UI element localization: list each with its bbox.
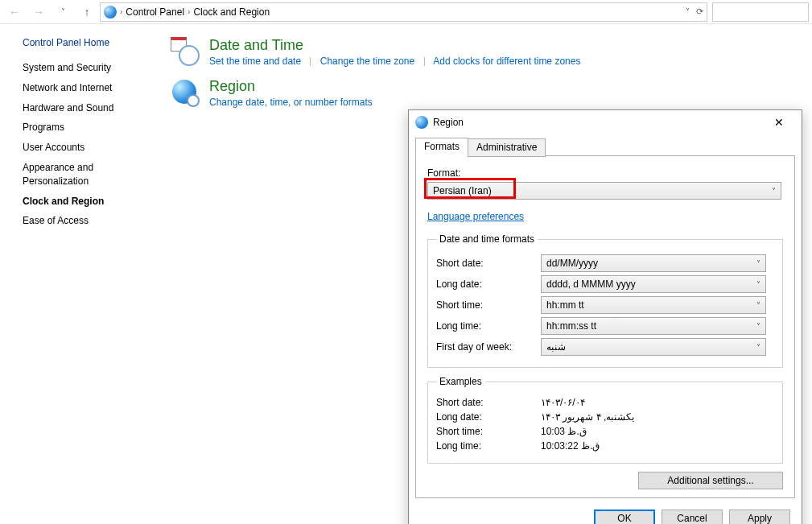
- example-long-date-label: Long date:: [436, 411, 541, 423]
- dialog-titlebar[interactable]: Region ✕: [409, 110, 802, 134]
- control-panel-icon: [104, 6, 117, 19]
- sidebar-item-system-security[interactable]: System and Security: [23, 61, 155, 75]
- row-short-date: Short date: dd/MM/yyyy ˅: [436, 254, 774, 272]
- group-examples-title: Examples: [436, 376, 485, 387]
- sidebar: Control Panel Home System and Security N…: [0, 24, 161, 524]
- group-date-time-formats-title: Date and time formats: [436, 233, 538, 245]
- sidebar-item-programs[interactable]: Programs: [23, 121, 155, 134]
- breadcrumb[interactable]: › Control Panel › Clock and Region ˅ ⟳: [100, 2, 707, 22]
- chevron-right-icon: ›: [188, 7, 190, 16]
- chevron-down-icon: ˅: [756, 343, 760, 352]
- forward-button[interactable]: →: [27, 2, 50, 23]
- chevron-down-icon: ˅: [756, 259, 760, 268]
- close-button[interactable]: ✕: [763, 111, 795, 134]
- tab-strip: Formats Administrative: [409, 134, 802, 156]
- long-time-select[interactable]: hh:mm:ss tt ˅: [541, 317, 766, 335]
- back-button[interactable]: ←: [3, 2, 26, 23]
- example-short-time-value: 10:03 ق.ظ: [541, 426, 774, 437]
- additional-settings-button[interactable]: Additional settings...: [638, 472, 783, 489]
- sidebar-item-appearance[interactable]: Appearance and Personalization: [23, 161, 155, 188]
- language-preferences-link[interactable]: Language preferences: [427, 211, 524, 222]
- group-date-time-formats: Date and time formats Short date: dd/MM/…: [427, 233, 783, 368]
- first-day-value: شنبه: [546, 341, 566, 353]
- example-long-time: Long time: 10:03:22 ق.ظ: [436, 440, 774, 452]
- format-select[interactable]: Persian (Iran) ˅: [427, 182, 781, 200]
- example-long-date: Long date: یکشنبه, ۴ شهریور ۱۴۰۳: [436, 411, 774, 423]
- example-long-date-value: یکشنبه, ۴ شهریور ۱۴۰۳: [541, 411, 774, 423]
- chevron-down-icon: ˅: [756, 280, 760, 289]
- long-date-select[interactable]: dddd, d MMMM yyyy ˅: [541, 275, 766, 293]
- example-short-time-label: Short time:: [436, 426, 541, 437]
- date-time-icon: [171, 37, 200, 66]
- date-time-heading[interactable]: Date and Time: [209, 37, 580, 54]
- long-date-label: Long date:: [436, 279, 541, 290]
- section-date-time: Date and Time Set the time and date Chan…: [171, 37, 580, 67]
- ok-button[interactable]: OK: [594, 510, 655, 524]
- sidebar-item-user-accounts[interactable]: User Accounts: [23, 141, 155, 155]
- breadcrumb-item[interactable]: Control Panel: [126, 6, 184, 18]
- long-time-value: hh:mm:ss tt: [546, 320, 596, 332]
- up-button[interactable]: ↑: [76, 2, 98, 23]
- tab-formats[interactable]: Formats: [415, 138, 468, 156]
- example-short-date: Short date: ۱۴۰۳/۰۶/۰۴: [436, 397, 774, 408]
- chevron-down-icon: ˅: [756, 322, 760, 331]
- group-examples: Examples Short date: ۱۴۰۳/۰۶/۰۴ Long dat…: [427, 376, 783, 464]
- link-change-time-zone[interactable]: Change the time zone: [320, 56, 414, 67]
- short-time-label: Short time:: [436, 299, 541, 311]
- sidebar-item-network-internet[interactable]: Network and Internet: [23, 81, 155, 95]
- long-date-value: dddd, d MMMM yyyy: [546, 279, 636, 290]
- format-select-value: Persian (Iran): [433, 185, 492, 196]
- dialog-title: Region: [433, 117, 758, 128]
- section-region: Region Change date, time, or number form…: [171, 78, 580, 108]
- breadcrumb-item[interactable]: Clock and Region: [193, 6, 270, 18]
- link-change-formats[interactable]: Change date, time, or number formats: [209, 97, 373, 108]
- short-date-label: Short date:: [436, 258, 541, 269]
- short-date-select[interactable]: dd/MM/yyyy ˅: [541, 254, 766, 272]
- first-day-select[interactable]: شنبه ˅: [541, 338, 766, 356]
- address-bar: ← → ˅ ↑ › Control Panel › Clock and Regi…: [0, 0, 812, 24]
- row-first-day-of-week: First day of week: شنبه ˅: [436, 338, 774, 356]
- region-heading[interactable]: Region: [209, 78, 373, 95]
- short-time-select[interactable]: hh:mm tt ˅: [541, 296, 766, 314]
- apply-button[interactable]: Apply: [729, 510, 790, 524]
- link-add-clocks[interactable]: Add clocks for different time zones: [433, 56, 580, 67]
- long-time-label: Long time:: [436, 320, 541, 332]
- region-icon: [171, 78, 200, 107]
- tab-administrative[interactable]: Administrative: [468, 138, 546, 157]
- example-long-time-label: Long time:: [436, 440, 541, 452]
- example-long-time-value: 10:03:22 ق.ظ: [541, 440, 774, 452]
- row-long-time: Long time: hh:mm:ss tt ˅: [436, 317, 774, 335]
- chevron-down-icon: ˅: [772, 187, 776, 196]
- example-short-time: Short time: 10:03 ق.ظ: [436, 426, 774, 437]
- region-dialog: Region ✕ Formats Administrative Format: …: [408, 109, 802, 524]
- divider: [424, 57, 425, 66]
- short-time-value: hh:mm tt: [546, 299, 584, 311]
- search-input[interactable]: [712, 2, 809, 22]
- divider: [310, 57, 311, 66]
- tab-body: Format: Persian (Iran) ˅ Language prefer…: [415, 155, 795, 498]
- format-label: Format:: [427, 167, 783, 179]
- sidebar-item-clock-region[interactable]: Clock and Region: [23, 195, 155, 208]
- example-short-date-value: ۱۴۰۳/۰۶/۰۴: [541, 397, 774, 408]
- sidebar-item-hardware-sound[interactable]: Hardware and Sound: [23, 101, 155, 115]
- chevron-down-icon: ˅: [756, 301, 760, 310]
- recent-locations-button[interactable]: ˅: [52, 2, 74, 23]
- example-short-date-label: Short date:: [436, 397, 541, 408]
- globe-icon: [415, 116, 428, 129]
- short-date-value: dd/MM/yyyy: [546, 258, 598, 269]
- control-panel-home-link[interactable]: Control Panel Home: [23, 37, 155, 48]
- cancel-button[interactable]: Cancel: [662, 510, 723, 524]
- link-set-time-date[interactable]: Set the time and date: [209, 56, 301, 67]
- sidebar-item-ease-of-access[interactable]: Ease of Access: [23, 214, 155, 228]
- dropdown-icon[interactable]: ˅: [686, 7, 690, 16]
- row-short-time: Short time: hh:mm tt ˅: [436, 296, 774, 314]
- refresh-icon[interactable]: ⟳: [696, 6, 703, 17]
- first-day-label: First day of week:: [436, 341, 541, 353]
- row-long-date: Long date: dddd, d MMMM yyyy ˅: [436, 275, 774, 293]
- dialog-button-row: OK Cancel Apply: [409, 505, 802, 524]
- chevron-right-icon: ›: [120, 7, 122, 16]
